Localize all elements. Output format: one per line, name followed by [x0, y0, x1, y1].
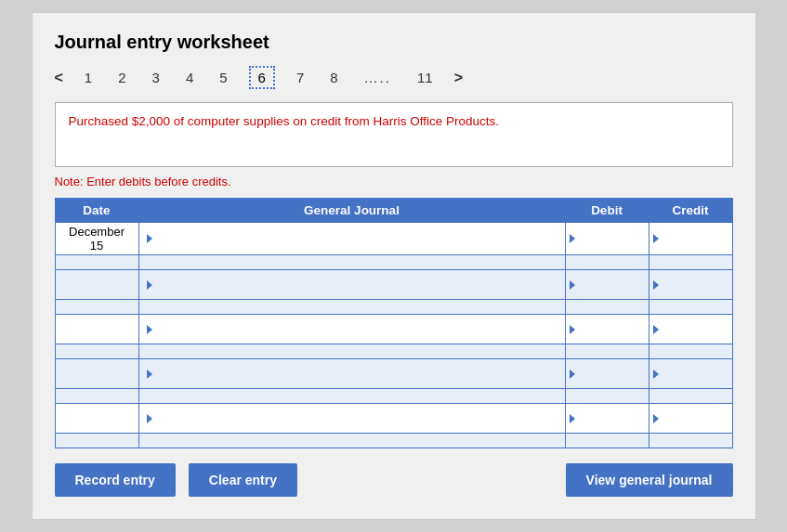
- page-title: Journal entry worksheet: [55, 32, 733, 53]
- table-row: [55, 359, 732, 389]
- description-box: Purchased $2,000 of computer supplies on…: [55, 102, 733, 167]
- debit-cell-2[interactable]: [565, 270, 649, 300]
- col-header-date: Date: [55, 199, 138, 223]
- description-text: Purchased $2,000 of computer supplies on…: [69, 114, 499, 128]
- page-11[interactable]: 11: [413, 68, 438, 87]
- note-text: Note: Enter debits before credits.: [55, 175, 733, 188]
- date-cell-1[interactable]: December15: [55, 223, 138, 255]
- date-cell-3[interactable]: [55, 315, 138, 344]
- gj-cell-5[interactable]: [138, 404, 565, 434]
- gj-cell-2[interactable]: [138, 270, 565, 300]
- table-row-divider: [55, 255, 732, 270]
- gj-cell-4[interactable]: [138, 359, 565, 389]
- debit-cell-4[interactable]: [565, 359, 649, 389]
- table-row: [55, 404, 732, 434]
- date-cell-2[interactable]: [55, 270, 138, 300]
- gj-cell-3[interactable]: [138, 315, 565, 344]
- page-1[interactable]: 1: [80, 68, 97, 87]
- table-row-divider: [55, 389, 732, 404]
- credit-cell-5[interactable]: [649, 404, 732, 434]
- debit-cell-3[interactable]: [565, 315, 649, 344]
- table-row: [55, 270, 732, 300]
- gj-cell-1[interactable]: [138, 223, 565, 255]
- page-6[interactable]: 6: [249, 66, 275, 89]
- date-cell-5[interactable]: [55, 404, 138, 434]
- prev-arrow[interactable]: <: [55, 70, 63, 86]
- page-4[interactable]: 4: [181, 68, 198, 87]
- buttons-row: Record entry Clear entry View general jo…: [55, 463, 733, 497]
- clear-entry-button[interactable]: Clear entry: [189, 463, 297, 497]
- pagination: < 1 2 3 4 5 6 7 8 ….. 11 >: [55, 66, 733, 89]
- col-header-credit: Credit: [649, 199, 732, 223]
- page-5[interactable]: 5: [215, 68, 231, 87]
- main-container: Journal entry worksheet < 1 2 3 4 5 6 7 …: [32, 12, 756, 520]
- page-8[interactable]: 8: [325, 68, 342, 87]
- view-general-journal-button[interactable]: View general journal: [566, 463, 733, 497]
- col-header-gj: General Journal: [138, 199, 565, 223]
- credit-cell-1[interactable]: [649, 223, 732, 255]
- debit-cell-5[interactable]: [565, 404, 649, 434]
- table-row-divider: [55, 344, 732, 359]
- credit-cell-3[interactable]: [649, 315, 732, 344]
- journal-table: Date General Journal Debit Credit Decemb…: [55, 198, 733, 448]
- page-dots: …..: [360, 68, 396, 87]
- table-row: December15: [55, 223, 732, 255]
- next-arrow[interactable]: >: [454, 70, 463, 86]
- credit-cell-4[interactable]: [649, 359, 732, 389]
- record-entry-button[interactable]: Record entry: [55, 463, 176, 497]
- debit-cell-1[interactable]: [565, 223, 649, 255]
- table-row-divider: [55, 300, 732, 315]
- page-3[interactable]: 3: [148, 68, 164, 87]
- table-row: [55, 315, 732, 344]
- page-2[interactable]: 2: [113, 68, 130, 87]
- credit-cell-2[interactable]: [649, 270, 732, 300]
- date-cell-4[interactable]: [55, 359, 138, 389]
- page-7[interactable]: 7: [292, 68, 308, 87]
- col-header-debit: Debit: [565, 199, 649, 223]
- table-row-divider: [55, 434, 732, 448]
